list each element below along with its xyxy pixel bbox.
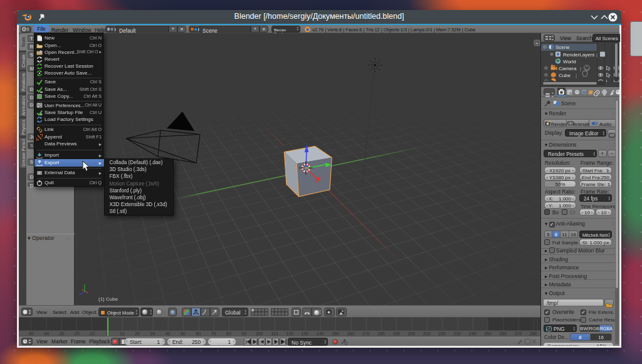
svg-text:RenderLayers: RenderLayers bbox=[563, 52, 594, 58]
svg-text:Scene: Scene bbox=[555, 44, 570, 50]
svg-text:World: World bbox=[563, 59, 576, 65]
svg-text:(1) Cube: (1) Cube bbox=[98, 296, 118, 302]
svg-text:|: | bbox=[580, 66, 581, 71]
svg-text:Camera: Camera bbox=[559, 66, 577, 71]
svg-text:|: | bbox=[596, 52, 597, 58]
svg-text:Cube: Cube bbox=[559, 73, 571, 78]
svg-text:+: + bbox=[535, 41, 539, 46]
svg-text:|: | bbox=[576, 73, 577, 78]
